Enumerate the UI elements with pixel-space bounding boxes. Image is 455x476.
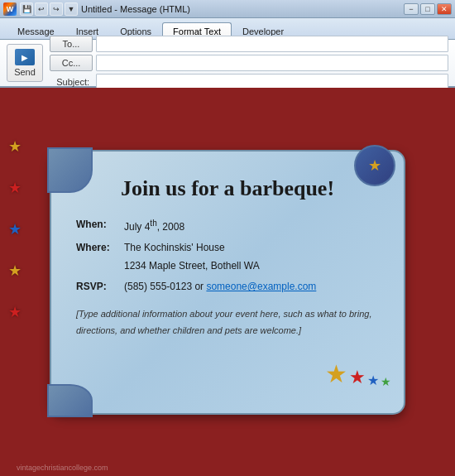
star-5: ★ bbox=[8, 303, 22, 321]
invitation-details: When: July 4th, 2008 Where: The Kochinsk… bbox=[76, 216, 379, 339]
invitation-title: Join us for a barbeque! bbox=[76, 176, 379, 201]
when-value: July 4th, 2008 bbox=[124, 216, 184, 237]
star-3: ★ bbox=[8, 220, 22, 238]
invitation-scroll: ★ ★ ★ ★ ★ Join us for a barbeque! When: … bbox=[50, 150, 405, 415]
where-row: Where: The Kochinskis' House 1234 Maple … bbox=[76, 239, 379, 275]
more-quick-btn[interactable]: ▼ bbox=[65, 2, 78, 16]
cluster-star-1: ★ bbox=[325, 359, 347, 388]
when-label: When: bbox=[76, 216, 117, 237]
close-btn[interactable]: ✕ bbox=[437, 3, 452, 15]
quick-access-toolbar: 💾 ↩ ↪ ▼ bbox=[20, 2, 78, 16]
to-button[interactable]: To... bbox=[50, 36, 93, 52]
additional-info: [Type additional information about your … bbox=[76, 306, 379, 339]
when-row: When: July 4th, 2008 bbox=[76, 216, 379, 237]
rsvp-value: (585) 555-0123 or someone@example.com bbox=[124, 278, 316, 296]
cc-row: Cc... bbox=[50, 55, 448, 71]
title-bar: W 💾 ↩ ↪ ▼ Untitled - Message (HTML) − □ … bbox=[0, 0, 455, 18]
subject-label: Subject: bbox=[50, 77, 93, 87]
window-title: Untitled - Message (HTML) bbox=[81, 4, 190, 14]
scroll-decoration-bl bbox=[47, 384, 93, 417]
cluster-star-4: ★ bbox=[381, 375, 391, 388]
ribbon-content: Send To... Cc... Subject: bbox=[0, 40, 455, 88]
scroll-decoration-tl bbox=[47, 147, 93, 193]
send-button[interactable]: Send bbox=[7, 44, 43, 82]
cluster-star-2: ★ bbox=[349, 367, 366, 388]
send-label: Send bbox=[14, 67, 36, 77]
rsvp-row: RSVP: (585) 555-0123 or someone@example.… bbox=[76, 278, 379, 296]
cluster-star-3: ★ bbox=[367, 373, 379, 388]
to-row: To... bbox=[50, 36, 448, 52]
where-label: Where: bbox=[76, 239, 117, 275]
maximize-btn[interactable]: □ bbox=[420, 3, 435, 15]
address-form: To... Cc... Subject: bbox=[50, 36, 448, 90]
undo-quick-btn[interactable]: ↩ bbox=[35, 2, 48, 16]
left-stars: ★ ★ ★ ★ ★ bbox=[8, 137, 22, 321]
app-icon: W bbox=[3, 2, 17, 16]
star-4: ★ bbox=[8, 262, 22, 280]
cc-button[interactable]: Cc... bbox=[50, 55, 93, 71]
stars-cluster: ★ ★ ★ ★ bbox=[325, 359, 391, 388]
email-body: ★ ★ ★ ★ ★ ★ ★ ★ ★ ★ Join us for a barbeq… bbox=[0, 88, 455, 476]
where-value: The Kochinskis' House 1234 Maple Street,… bbox=[124, 239, 260, 275]
minimize-btn[interactable]: − bbox=[404, 3, 419, 15]
app-window: W 💾 ↩ ↪ ▼ Untitled - Message (HTML) − □ … bbox=[0, 0, 455, 476]
star-2: ★ bbox=[8, 179, 22, 197]
redo-quick-btn[interactable]: ↪ bbox=[50, 2, 63, 16]
save-quick-btn[interactable]: 💾 bbox=[20, 2, 33, 16]
scroll-decoration-tr: ★ bbox=[354, 145, 395, 186]
rsvp-email-link[interactable]: someone@example.com bbox=[206, 281, 316, 292]
cc-input[interactable] bbox=[96, 55, 448, 71]
window-controls: − □ ✕ bbox=[404, 3, 452, 15]
watermark: vintagechristiancollege.com bbox=[17, 464, 108, 472]
title-bar-left: W 💾 ↩ ↪ ▼ Untitled - Message (HTML) bbox=[3, 2, 190, 16]
star-1: ★ bbox=[8, 137, 22, 156]
send-icon bbox=[15, 49, 35, 65]
to-input[interactable] bbox=[96, 36, 448, 52]
rsvp-label: RSVP: bbox=[76, 278, 117, 296]
